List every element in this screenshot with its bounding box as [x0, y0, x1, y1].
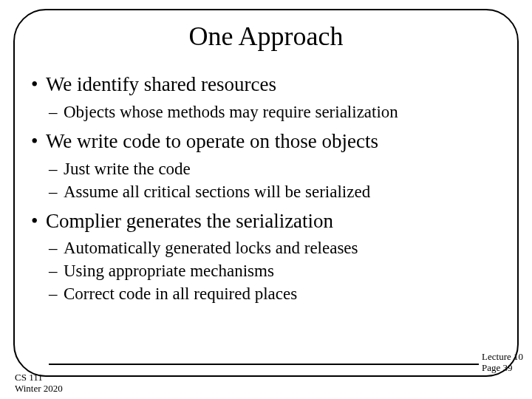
slide-title: One Approach [31, 21, 501, 52]
bullet-3: Complier generates the serialization [31, 209, 501, 234]
slide-frame: One Approach We identify shared resource… [13, 9, 519, 377]
footer-left: CS 111 Winter 2020 [15, 372, 63, 395]
footer-right: Lecture 10 Page 39 [482, 351, 523, 374]
footer-course: CS 111 [15, 372, 63, 383]
bullet-3-sub-3: Correct code in all required places [31, 282, 501, 305]
bullet-list: We identify shared resources Objects who… [31, 72, 501, 306]
bullet-1-sub-1: Objects whose methods may require serial… [31, 100, 501, 123]
bullet-2-sub-2: Assume all critical sections will be ser… [31, 180, 501, 203]
bullet-2: We write code to operate on those object… [31, 129, 501, 154]
bullet-3-sub-1: Automatically generated locks and releas… [31, 236, 501, 259]
footer-term: Winter 2020 [15, 383, 63, 395]
footer-page: Page 39 [482, 362, 523, 374]
bullet-1: We identify shared resources [31, 72, 501, 98]
footer-rule [49, 364, 479, 365]
footer-lecture: Lecture 10 [482, 351, 523, 363]
bullet-3-sub-2: Using appropriate mechanisms [31, 259, 501, 282]
bullet-2-sub-1: Just write the code [31, 157, 501, 180]
